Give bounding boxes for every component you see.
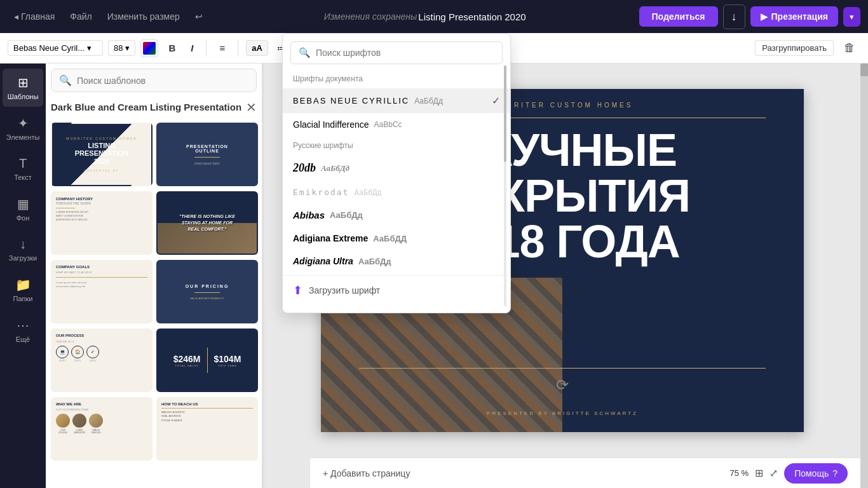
folders-label: Папки xyxy=(13,295,33,302)
font-item-dotted[interactable]: Emikrodat АаБбДд xyxy=(283,181,510,203)
doc-fonts-label: Шрифты документа xyxy=(283,72,510,88)
top-bar-right: Поделиться ↓ ▶ Презентация ▾ xyxy=(639,4,860,29)
ungroup-button[interactable]: Разгруппировать xyxy=(755,40,834,56)
panel-close-button[interactable]: ✕ xyxy=(246,100,257,115)
template-10[interactable]: HOW TO REACH US MAILING ADDRESS REAL ADD… xyxy=(156,397,258,461)
doc-title: Listing Presentation 2020 xyxy=(418,11,526,22)
format-separator-1 xyxy=(206,41,207,56)
slide-line-bottom xyxy=(359,368,766,369)
font-item-extreme[interactable]: Adigiana Extreme АаБбДД xyxy=(283,227,510,250)
font-name-abibas: Abibas xyxy=(293,210,325,220)
share-button[interactable]: Поделиться xyxy=(639,6,718,27)
color-button[interactable] xyxy=(140,39,158,57)
background-icon: ▦ xyxy=(17,196,29,212)
saved-indicator: Изменения сохранены xyxy=(324,11,417,22)
search-input[interactable] xyxy=(77,76,248,86)
font-preview-glacial: AaBbCc xyxy=(374,120,402,129)
home-label: Главная xyxy=(21,11,55,22)
help-icon: ? xyxy=(832,468,837,478)
bold-button[interactable]: B xyxy=(163,40,180,56)
font-dropdown-arrow: ▾ xyxy=(87,43,92,53)
template-9[interactable]: Who We Are OUR OUTSTANDING TEAM LYDIE ST… xyxy=(51,397,153,461)
downloads-icon: ↓ xyxy=(20,237,26,252)
delete-button[interactable]: 🗑 xyxy=(839,39,860,57)
font-name-ultra: Adigiana Ultra xyxy=(293,256,353,266)
font-preview-20db: АаБбДд xyxy=(321,163,349,173)
font-preview-abibas: АаБбДд xyxy=(330,210,363,220)
search-bar[interactable]: 🔍 xyxy=(51,69,257,92)
font-dropdown-scrollbar-track[interactable] xyxy=(504,65,506,306)
font-size-arrow: ▾ xyxy=(125,43,130,53)
sidebar-item-downloads[interactable]: ↓ Загрузки xyxy=(3,231,43,268)
present-dropdown-button[interactable]: ▾ xyxy=(843,7,860,27)
background-label: Фон xyxy=(17,214,30,222)
sidebar-item-background[interactable]: ▦ Фон xyxy=(3,190,43,228)
font-item-glacial[interactable]: Glacial Indifference AaBbCc xyxy=(283,113,510,136)
downloads-label: Загрузки xyxy=(9,254,37,262)
case-button[interactable]: aA xyxy=(246,40,268,56)
back-button[interactable]: ◂ Главная xyxy=(8,8,61,25)
download-button[interactable]: ↓ xyxy=(723,4,745,29)
chevron-down-icon: ▾ xyxy=(850,12,854,22)
font-search-bar[interactable]: 🔍 xyxy=(290,41,503,64)
grid-view-button[interactable]: ⊞ xyxy=(755,467,763,479)
grid-icon: ⊞ xyxy=(18,75,29,90)
template-grid: MORRITER CUSTOM HOMES LISTINGPRESENTATIO… xyxy=(51,123,257,461)
font-search-icon: 🔍 xyxy=(299,47,311,58)
font-item-20db[interactable]: 20db АаБбДд xyxy=(283,155,510,181)
font-selector[interactable]: Bebas Neue Cyril... ▾ xyxy=(8,40,103,56)
font-name-20db: 20db xyxy=(293,161,316,175)
file-button[interactable]: Файл xyxy=(64,8,98,25)
font-item-bebas[interactable]: BEBAS NEUE CYRILLIC АаБбДд ✓ xyxy=(283,88,510,113)
font-preview-extreme: АаБбДД xyxy=(373,234,407,243)
download-icon: ↓ xyxy=(731,10,737,23)
align-button[interactable]: ≡ xyxy=(214,40,230,56)
template-3[interactable]: COMPANY HISTORY Through The Years Lorem … xyxy=(51,191,153,255)
bottom-bar: + Добавить страницу 75 % ⊞ ⤢ Помощь ? xyxy=(310,458,860,488)
template-6[interactable]: OUR PRICING VALUE AND AFFORDABILITY xyxy=(156,260,258,323)
elements-icon: ✦ xyxy=(18,116,29,131)
slide-presenter: PRESENTED BY BRIGITTE SCHWARTZ xyxy=(321,410,804,416)
template-4[interactable]: "THERE IS NOTHING LIKESTAYING AT HOME FO… xyxy=(156,191,258,255)
font-search-input[interactable] xyxy=(316,48,494,58)
template-1[interactable]: MORRITER CUSTOM HOMES LISTINGPRESENTATIO… xyxy=(51,123,153,186)
sidebar-item-more[interactable]: ⋯ Ещё xyxy=(3,311,43,349)
monitor-icon: ▶ xyxy=(761,11,768,22)
slide-bottom-icon: ⟳ xyxy=(556,376,569,394)
right-scrollbar[interactable] xyxy=(860,64,868,488)
present-button[interactable]: ▶ Презентация xyxy=(750,6,838,27)
font-size-display: 88 xyxy=(114,43,123,53)
template-2[interactable]: PRESENTATIONOUTLINE lorem ipsum dolor xyxy=(156,123,258,186)
template-8[interactable]: $246M TOTAL SALES $104M THIS YEAR xyxy=(156,329,258,392)
sidebar-item-folders[interactable]: 📁 Папки xyxy=(3,271,43,309)
back-icon: ◂ xyxy=(14,11,18,22)
template-7[interactable]: Our Process HOW WE DO IT 💻 🏠 ✓ STEP 1 ST… xyxy=(51,329,153,392)
font-size-selector[interactable]: 88 ▾ xyxy=(108,40,135,56)
top-bar-left: ◂ Главная Файл Изменить размер ↩ xyxy=(8,8,209,25)
resize-label: Изменить размер xyxy=(107,11,180,22)
undo-button[interactable]: ↩ xyxy=(189,8,209,25)
template-5[interactable]: COMPANY GOALS WHAT WE WANT TO ACHIEVE Lo… xyxy=(51,260,153,323)
font-item-abibas[interactable]: Abibas АаБбДд xyxy=(283,203,510,227)
align-icon: ≡ xyxy=(219,43,225,53)
upload-label: Загрузить шрифт xyxy=(309,285,380,295)
fullscreen-button[interactable]: ⤢ xyxy=(770,467,778,479)
font-dropdown: 🔍 Шрифты документа BEBAS NEUE CYRILLIC А… xyxy=(282,33,511,313)
sidebar-item-elements[interactable]: ✦ Элементы xyxy=(3,109,43,147)
add-page-button[interactable]: + Добавить страницу xyxy=(323,468,410,478)
panel-title: Dark Blue and Cream Listing Presentation xyxy=(51,101,241,114)
help-button[interactable]: Помощь ? xyxy=(784,463,848,484)
sidebar-item-text[interactable]: T Текст xyxy=(3,150,43,187)
templates-panel: 🔍 Dark Blue and Cream Listing Presentati… xyxy=(46,64,262,488)
italic-button[interactable]: I xyxy=(186,40,198,56)
elements-label: Элементы xyxy=(6,133,40,141)
trash-icon: 🗑 xyxy=(844,41,855,54)
font-name-glacial: Glacial Indifference xyxy=(293,119,369,130)
text-label: Текст xyxy=(14,173,32,181)
font-item-ultra[interactable]: Adigiana Ultra АаБбДд xyxy=(283,250,510,273)
resize-button[interactable]: Изменить размер xyxy=(101,8,186,25)
add-page-label: + Добавить страницу xyxy=(323,468,410,478)
sidebar-item-templates[interactable]: ⊞ Шаблоны xyxy=(3,69,43,107)
font-preview-dotted: АаБбДд xyxy=(354,188,381,197)
upload-font-button[interactable]: ⬆ Загрузить шрифт xyxy=(283,275,510,305)
